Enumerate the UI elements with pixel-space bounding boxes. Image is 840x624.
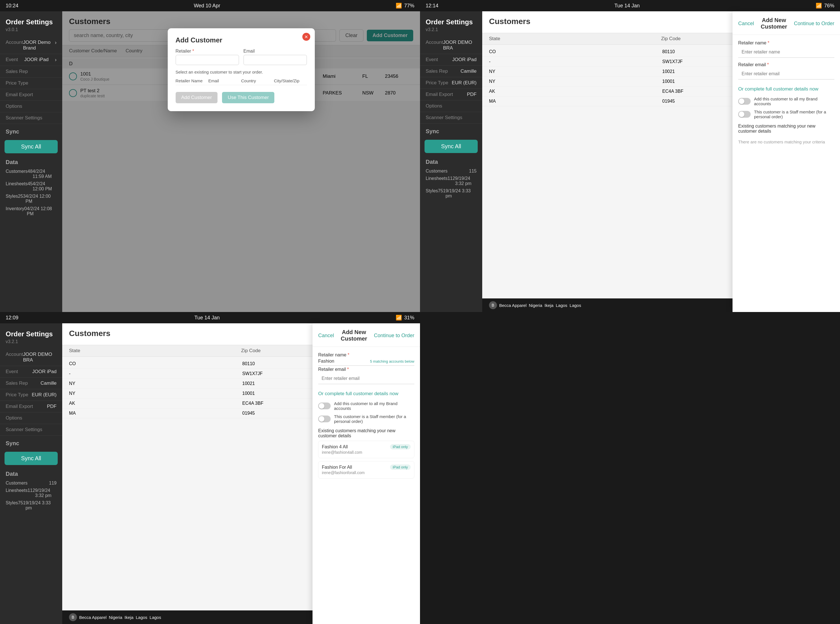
q2-options-row[interactable]: Options (420, 100, 482, 112)
customer-chip-q3[interactable]: B Becca Apparel Nigeria Ikeja Lagos Lago… (69, 613, 161, 621)
q3-linesheets-row: Linesheets 112 9/19/24 3:32 pm (6, 487, 57, 499)
staff-toggle-label-q2: This customer is a Staff member (for a p… (754, 110, 834, 119)
match-item-2[interactable]: Fashion For All irene@fashionforall.com … (318, 461, 414, 479)
sidebar-row-event[interactable]: Event JOOR iPad › (0, 54, 62, 66)
sync-all-button-q3[interactable]: Sync All (5, 452, 58, 465)
modal-add-button[interactable]: Add Customer (176, 92, 218, 103)
q3-sync-section: Sync (0, 436, 62, 449)
retailer-input-q2[interactable] (738, 47, 834, 58)
staff-toggle-q2[interactable] (738, 111, 750, 118)
customers-data-row: Customers 48 4/2/24 11:59 AM (6, 168, 57, 180)
q3-options-label: Options (6, 415, 22, 421)
sidebar-row-options[interactable]: Options (0, 101, 62, 112)
continue-button-q2[interactable]: Continue to Order (794, 21, 834, 26)
event-value: JOOR iPad (24, 57, 49, 63)
email-input-q2[interactable] (738, 68, 834, 79)
linesheets-label: Linesheets (6, 181, 28, 192)
q3-pricetype-row[interactable]: Price Type EUR (EUR) (0, 389, 62, 401)
q2-event-row[interactable]: Event JOOR iPad (420, 54, 482, 66)
row-state: AK (69, 401, 240, 406)
cancel-button-q2[interactable]: Cancel (738, 21, 754, 26)
sidebar-row-pricetype[interactable]: Price Type (0, 77, 62, 89)
linesheets-date: 4/2/24 12:00 PM (32, 181, 57, 192)
q3-styles-label: Styles (6, 500, 18, 511)
q3-customers-row: Customers 119 (6, 479, 57, 487)
brand-toggle-q2[interactable] (738, 98, 750, 105)
brand-toggle-q3[interactable] (318, 403, 330, 409)
q3-account-label: Account (6, 352, 23, 363)
status-time-q3: 12:09 (6, 315, 19, 321)
modal-use-button[interactable]: Use This Customer (222, 92, 274, 103)
q3-event-row[interactable]: Event JOOR iPad (0, 366, 62, 378)
q3-salesrep-value: Camille (40, 380, 57, 386)
q2-cust-label: Customers (426, 168, 448, 174)
sidebar-version-q3: v3.2.1 (0, 339, 62, 349)
q3-line-value: 112 (28, 488, 35, 498)
customers-value: 48 (28, 169, 32, 179)
sidebar-row-account[interactable]: Account JOOR Demo Brand › (0, 37, 62, 54)
sync-all-button-q2[interactable]: Sync All (425, 140, 478, 153)
retailer-req: * (192, 49, 194, 54)
sidebar-row-emailexport[interactable]: Email Export (0, 89, 62, 101)
q3-event-value: JOOR iPad (32, 369, 57, 374)
email-label: Email (244, 49, 307, 54)
wifi-icon-q2: 📶 (816, 3, 822, 9)
q2-pricetype-value: EUR (EUR) (452, 80, 477, 86)
quadrant-3: 12:09 Tue 14 Jan 📶 31% Order Settings v3… (0, 312, 420, 624)
sidebar-title-q2: Order Settings (420, 16, 482, 27)
q2-options-label: Options (426, 103, 442, 109)
q2-account-value: JOOR DEMO BRA (443, 40, 477, 51)
continue-button-q3[interactable]: Continue to Order (374, 333, 414, 338)
retailer-input[interactable] (176, 55, 239, 65)
q2-pricetype-label: Price Type (426, 80, 448, 86)
battery-q1: 77% (404, 3, 414, 9)
email-label-q3: Retailer email * (318, 367, 414, 372)
q2-scanner-row[interactable]: Scanner Settings (420, 112, 482, 124)
q3-line-date: 9/19/24 3:32 pm (35, 488, 57, 498)
q3-event-label: Event (6, 369, 18, 374)
q2-salesrep-row[interactable]: Sales Rep Camille (420, 66, 482, 77)
email-req-q2: * (767, 62, 769, 67)
q2-emailexport-row[interactable]: Email Export PDF (420, 89, 482, 100)
match-item-1[interactable]: Fashion 4 All irene@fashion4all.com iPad… (318, 441, 414, 458)
complete-details-link-q2[interactable]: Or complete full customer details now (738, 86, 834, 92)
modal-table-header: Retailer Name Email Country City/State/Z… (176, 77, 307, 85)
q2-pricetype-row[interactable]: Price Type EUR (EUR) (420, 77, 482, 89)
data-section-q1: Data Customers 48 4/2/24 11:59 AM Linesh… (0, 156, 62, 220)
q3-account-row[interactable]: Account JOOR DEMO BRA (0, 349, 62, 366)
status-right-q3: 📶 31% (396, 315, 414, 321)
q2-emailexport-value: PDF (467, 92, 477, 97)
match-name-1: Fashion 4 All (322, 444, 362, 449)
q2-account-row[interactable]: Account JOOR DEMO BRA (420, 37, 482, 54)
q3-emailexport-row[interactable]: Email Export PDF (0, 401, 62, 412)
inventory-label: Inventory (6, 206, 24, 216)
sync-all-button-q1[interactable]: Sync All (5, 140, 58, 153)
modal-close-button[interactable]: ✕ (302, 33, 310, 41)
sidebar-title-q1: Order Settings (0, 16, 62, 27)
row-state: CO (69, 361, 240, 366)
sidebar-row-scanner[interactable]: Scanner Settings (0, 112, 62, 124)
customers-title-q2: Customers (489, 17, 530, 26)
q3-pricetype-value: EUR (EUR) (32, 392, 57, 398)
staff-toggle-q3[interactable] (318, 415, 330, 422)
match-badge-2: iPad only (390, 465, 411, 470)
cancel-button-q3[interactable]: Cancel (318, 333, 334, 338)
match-name-2: Fashion For All (322, 465, 364, 470)
right-panel-header-q2: Cancel Add New Customer Continue to Orde… (732, 11, 840, 35)
complete-details-link-q3[interactable]: Or complete full customer details now (318, 391, 414, 397)
modal-col-name: Retailer Name (176, 78, 208, 83)
q3-options-row[interactable]: Options (0, 412, 62, 424)
row-state: NY (489, 79, 660, 84)
customer-chip[interactable]: B Becca Apparel Nigeria Ikeja Lagos Lago… (489, 301, 581, 309)
modal-footer: Add Customer Use This Customer (176, 92, 307, 103)
q3-salesrep-row[interactable]: Sales Rep Camille (0, 378, 62, 389)
main-content-q3: Customers Add Customer State Zip Code CO… (62, 323, 420, 624)
quadrant-4 (420, 312, 840, 624)
inventory-value: 0 (24, 206, 27, 216)
q3-scanner-row[interactable]: Scanner Settings (0, 424, 62, 436)
email-input-q3[interactable] (318, 373, 414, 384)
email-input[interactable] (244, 55, 307, 65)
event-arrow: › (55, 57, 57, 63)
row-state: - (69, 371, 240, 376)
sidebar-row-salesrep[interactable]: Sales Rep (0, 66, 62, 77)
